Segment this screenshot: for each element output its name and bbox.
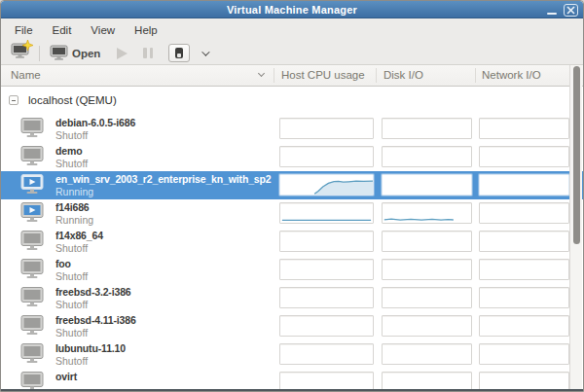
cpu-usage-cell xyxy=(279,231,374,252)
vm-row-en_win_srv_2003_r2_enterprise_kn_with_sp2[interactable]: en_win_srv_2003_r2_enterprise_kn_with_sp… xyxy=(1,171,583,199)
open-monitor-icon xyxy=(50,45,68,61)
network-io-cell xyxy=(479,315,569,337)
column-header-disk[interactable]: Disk I/O xyxy=(383,69,423,81)
cpu-usage-cell xyxy=(279,202,374,224)
cpu-usage-cell xyxy=(279,287,374,308)
close-button[interactable] xyxy=(564,4,578,17)
sparkline-chart xyxy=(383,203,471,223)
vm-monitor-icon xyxy=(20,287,44,312)
vm-text: debian-6.0.5-i686 Shutoff xyxy=(55,117,277,141)
scrollbar-thumb[interactable] xyxy=(573,66,580,244)
host-label: localhost (QEMU) xyxy=(28,94,117,106)
cpu-usage-cell xyxy=(279,118,374,139)
vm-row-f14i686[interactable]: f14i686 Running xyxy=(1,199,583,228)
vm-monitor-icon xyxy=(20,231,44,256)
window-bottom-edge xyxy=(1,389,583,392)
vm-text: lubunutu-11.10 Shutoff xyxy=(55,342,277,367)
shutdown-menu-chevron-down-icon[interactable] xyxy=(202,48,210,55)
vm-name: lubunutu-11.10 xyxy=(55,342,277,355)
column-header-cpu[interactable]: Host CPU usage xyxy=(281,69,365,81)
vertical-scrollbar[interactable] xyxy=(569,65,582,390)
vm-row-freebsd-4.11-i386[interactable]: freebsd-4.11-i386 Shutoff xyxy=(1,312,583,340)
titlebar: Virtual Machine Manager xyxy=(1,1,583,18)
window-title: Virtual Machine Manager xyxy=(227,4,357,16)
sparkline-chart xyxy=(280,203,373,223)
star-badge-icon xyxy=(22,40,33,51)
list-column-header: Name Host CPU usage Disk I/O Network I/O xyxy=(1,65,583,87)
cpu-usage-cell xyxy=(279,315,374,337)
vm-name: f14i686 xyxy=(55,201,277,214)
vm-monitor-icon xyxy=(20,118,44,143)
network-io-cell xyxy=(479,118,569,139)
new-vm-button[interactable] xyxy=(8,42,32,64)
sparkline-chart xyxy=(280,175,373,195)
cpu-usage-cell xyxy=(279,343,374,365)
vm-text: en_win_srv_2003_r2_enterprise_kn_with_sp… xyxy=(55,173,277,197)
virtual-machine-manager-window: Virtual Machine Manager File Edit View H… xyxy=(0,0,584,392)
vm-name: demo xyxy=(55,145,277,158)
host-row-localhost[interactable]: localhost (QEMU) xyxy=(1,87,583,115)
vm-rows: debian-6.0.5-i686 Shutoff demo Shutoff xyxy=(1,115,583,391)
new-vm-monitor-with-star-icon xyxy=(11,43,29,63)
collapse-expander-icon[interactable] xyxy=(9,95,18,105)
minimize-button[interactable] xyxy=(545,4,559,17)
menu-file[interactable]: File xyxy=(5,21,43,39)
vm-text: demo Shutoff xyxy=(55,145,277,169)
vm-status: Shutoff xyxy=(55,299,277,310)
disk-io-cell xyxy=(382,146,472,167)
vm-row-freebsd-3.2-i386[interactable]: freebsd-3.2-i386 Shutoff xyxy=(1,284,583,312)
run-vm-button[interactable] xyxy=(117,48,128,59)
disk-io-cell xyxy=(382,287,472,308)
vm-name: freebsd-3.2-i386 xyxy=(55,286,277,299)
vm-text: freebsd-3.2-i386 Shutoff xyxy=(55,286,277,310)
vm-status: Shutoff xyxy=(55,270,277,282)
network-io-cell xyxy=(479,146,569,167)
shutdown-icon xyxy=(175,48,183,58)
open-button-label: Open xyxy=(72,48,100,59)
vm-row-foo[interactable]: foo Shutoff xyxy=(1,256,583,284)
network-io-cell xyxy=(479,231,569,252)
shutdown-vm-button[interactable] xyxy=(168,44,190,62)
titlebar-buttons xyxy=(545,3,578,17)
menu-view[interactable]: View xyxy=(81,21,125,39)
vm-text: ovirt xyxy=(55,371,277,383)
menu-help[interactable]: Help xyxy=(125,21,167,39)
pause-vm-button[interactable] xyxy=(143,48,153,58)
vm-name: debian-6.0.5-i686 xyxy=(55,117,277,129)
vm-row-f14x86_64[interactable]: f14x86_64 Shutoff xyxy=(1,228,583,256)
column-divider xyxy=(274,68,274,83)
pause-icon xyxy=(150,48,154,58)
vm-status: Running xyxy=(55,186,277,197)
vm-monitor-icon xyxy=(20,259,44,284)
network-io-cell xyxy=(479,202,569,224)
vm-row-demo[interactable]: demo Shutoff xyxy=(1,143,583,171)
vm-row-lubunutu-11.10[interactable]: lubunutu-11.10 Shutoff xyxy=(1,340,583,369)
column-divider xyxy=(376,68,377,83)
close-icon xyxy=(566,6,575,15)
sort-chevron-down-icon xyxy=(258,70,265,77)
vm-monitor-icon xyxy=(20,174,44,199)
vm-status: Shutoff xyxy=(55,355,277,367)
column-header-name[interactable]: Name xyxy=(11,69,41,81)
network-io-cell xyxy=(479,174,569,196)
cpu-usage-cell xyxy=(279,146,374,167)
cpu-usage-cell xyxy=(279,174,374,196)
disk-io-cell xyxy=(382,343,472,365)
menu-edit[interactable]: Edit xyxy=(43,21,82,39)
vm-name: f14x86_64 xyxy=(55,230,277,242)
vm-text: freebsd-4.11-i386 Shutoff xyxy=(55,314,277,339)
disk-io-cell xyxy=(382,315,472,337)
vm-row-debian-6.0.5-i686[interactable]: debian-6.0.5-i686 Shutoff xyxy=(1,115,583,143)
column-header-network[interactable]: Network I/O xyxy=(482,69,541,81)
vm-text: foo Shutoff xyxy=(55,258,277,282)
vm-text: f14i686 Running xyxy=(55,201,277,226)
network-io-cell xyxy=(479,343,569,365)
vm-name: freebsd-4.11-i386 xyxy=(55,314,277,327)
toolbar: Open xyxy=(1,42,583,65)
disk-io-cell xyxy=(382,259,472,280)
open-button[interactable]: Open xyxy=(47,44,103,62)
disk-io-cell xyxy=(382,174,472,196)
vm-list: localhost (QEMU) debian-6.0.5-i686 Shuto… xyxy=(1,87,583,391)
vm-status: Shutoff xyxy=(55,158,277,169)
vm-monitor-icon xyxy=(20,202,44,228)
